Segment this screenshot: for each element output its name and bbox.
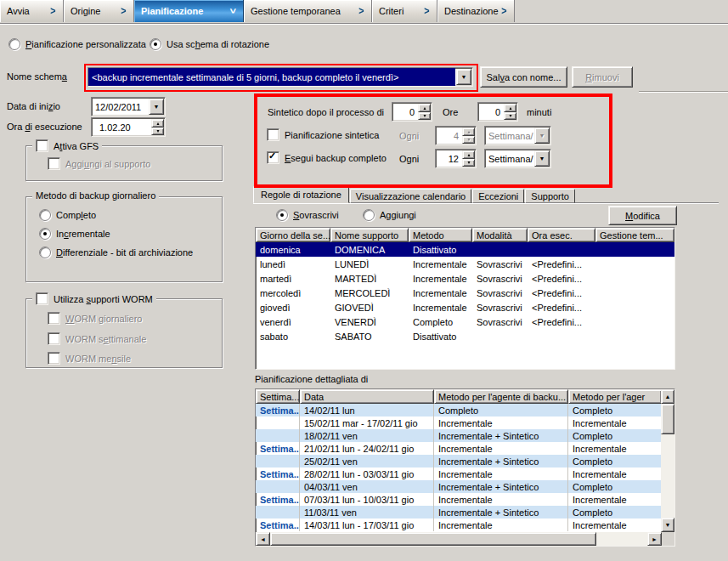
full-backup-spinner[interactable]: 12 ▲ ▼ [435,149,477,168]
detail-row[interactable]: 04/03/11 ven Incrementale + Sintetico Co… [256,480,661,493]
detail-row[interactable]: Settima... 21/02/11 lun - 24/02/11 gio I… [256,442,661,455]
horizontal-scroll-thumb[interactable] [270,532,596,546]
tab-regole-di-rotazione[interactable]: Regole di rotazione [253,186,349,203]
detail-row[interactable]: Settima... 14/03/11 lun - 17/03/11 gio I… [256,518,661,531]
rotation-row-venerdi[interactable]: venerdì VENERDÌ Completo Sovrascrivi <Pr… [256,314,674,329]
rotation-row-martedi[interactable]: martedì MARTEDÌ Incrementale Sovrascrivi… [256,271,674,286]
horizontal-scroll-track[interactable] [596,532,647,546]
detail-row[interactable]: Settima... 28/02/11 lun - 03/03/11 gio I… [256,468,661,480]
synthetic-hours-spinner[interactable]: 0 ▲ ▼ [392,102,432,122]
detail-row[interactable]: 11/03/11 ven Incrementale + Sintetico Co… [256,506,661,518]
column-header-metodo[interactable]: Metodo [409,228,472,242]
tab-supporto[interactable]: Supporto [525,189,575,203]
rotation-row-mercoledi[interactable]: mercoledì MERCOLEDÌ Incrementale Sovrasc… [256,286,674,300]
tab-label: Visualizzazione calendario [356,191,466,201]
horizontal-scrollbar[interactable]: ◄ ► [256,532,662,546]
spin-up-button[interactable]: ▲ [462,150,475,159]
cell-method: Incrementale [409,257,472,271]
run-time-spinner[interactable]: 1.02.20 ▲ ▼ [91,117,166,137]
scroll-left-button[interactable]: ◄ [256,532,270,546]
synthetic-minutes-spinner[interactable]: 0 ▲ ▼ [477,102,518,122]
tab-visualizzazione-calendario[interactable]: Visualizzazione calendario [350,189,471,203]
worm-daily-checkbox: WORM giornaliero [48,312,142,325]
wizard-tab-pianificazione[interactable]: Pianificazione > [134,0,244,22]
radio-aggiungi[interactable]: Aggiungi [363,209,416,221]
radio-method-differenziale[interactable]: Differenziale - bit di archiviazione [39,246,193,258]
worm-checkbox[interactable]: Utilizza supporti WORM [32,292,156,305]
vertical-scroll-track[interactable] [661,434,674,518]
full-backup-checkbox[interactable]: ✓ Esegui backup completo [267,151,387,164]
dropdown-button[interactable]: ▼ [534,150,550,167]
check-glyph: ✓ [268,150,276,162]
minutes-value: 0 [478,103,503,121]
spin-down-button[interactable]: ▼ [418,112,431,121]
rotation-row-sabato[interactable]: sabato SABATO Disattivato [256,329,674,343]
cell-staging [595,242,674,257]
scroll-right-button[interactable]: ► [647,532,662,546]
tab-label: Avvia [7,6,30,16]
detail-row[interactable]: Settima... 07/03/11 lun - 10/03/11 gio I… [256,493,661,506]
synthetic-schedule-label: Pianificazione sintetica [285,130,379,140]
cell-staging [595,314,674,329]
grid-header: Giorno della se... Nome supporto Metodo … [256,228,674,242]
cell-agent-method: Incrementale [434,493,568,506]
worm-monthly-label: WORM mensile [65,354,131,364]
column-header-modalita[interactable]: Modalità [472,228,528,242]
detail-row[interactable]: Settima... 14/02/11 lun Completo Complet… [256,404,661,416]
full-backup-unit-combobox[interactable]: Settimana/ ▼ [484,149,551,168]
scroll-down-button[interactable]: ▼ [661,518,674,532]
detail-row[interactable]: 18/02/11 ven Incrementale + Sintetico Co… [256,429,661,442]
scroll-up-button[interactable]: ▲ [661,389,674,404]
vertical-scroll-thumb[interactable] [661,404,674,434]
spin-up-button[interactable]: ▲ [504,104,516,112]
synthetic-schedule-unit-combobox: Settimana/ ▼ [484,126,551,145]
wizard-tab-origine[interactable]: Origine > [64,0,134,22]
cell-method: Incrementale [409,286,472,300]
edit-button[interactable]: Modifica [608,206,677,225]
column-header-gestione[interactable]: Gestione tem... [595,228,674,242]
start-date-value: 12/02/2011 [92,98,148,116]
radio-method-completo[interactable]: Completo [39,209,96,221]
radio-custom-schedule[interactable]: Pianificazione personalizzata [8,38,146,50]
rotation-row-giovedi[interactable]: giovedì GIOVEDÌ Incrementale Sovrascrivi… [256,300,674,314]
column-header-settimana[interactable]: Settima... [256,389,300,404]
save-as-button[interactable]: Salva con nome... [480,66,567,88]
calendar-dropdown-button[interactable]: ▼ [149,99,164,115]
rotation-row-lunedi[interactable]: lunedì LUNEDÌ Incrementale Sovrascrivi <… [256,257,674,271]
cell-method: Completo [409,314,472,329]
scheme-name-combobox[interactable]: <backup incrementale settimanale di 5 gi… [87,67,473,87]
column-header-giorno[interactable]: Giorno della se... [256,228,330,242]
radio-sovrascrivi[interactable]: Sovrascrivi [276,209,339,221]
spin-down-button[interactable]: ▼ [151,128,164,136]
spin-down-button[interactable]: ▼ [504,112,516,121]
cell-mode [472,329,528,343]
daily-method-group: Metodo di backup giornaliero Completo In… [25,196,223,282]
dropdown-button[interactable]: ▼ [456,69,471,85]
radio-method-incrementale[interactable]: Incrementale [39,228,110,240]
spin-up-button[interactable]: ▲ [418,104,431,112]
synthetic-after-label: Sintetico dopo il processo di [268,107,384,117]
detail-row[interactable]: 15/02/11 mar - 17/02/11 gio Incrementale… [256,416,661,429]
tab-eccezioni[interactable]: Eccezioni [472,189,524,203]
start-date-picker[interactable]: 12/02/2011 ▼ [91,97,166,116]
column-header-metodo-ager[interactable]: Metodo per l'ager [568,389,661,404]
detail-row[interactable]: 25/02/11 ven Incrementale + Sintetico Co… [256,455,661,468]
gfs-checkbox[interactable]: Attiva GFS [32,139,102,152]
wizard-tab-destinazione[interactable]: Destinazione > [437,0,515,22]
column-header-nome-supporto[interactable]: Nome supporto [330,228,409,242]
spin-up-button[interactable]: ▲ [151,119,164,128]
spin-down-button[interactable]: ▼ [462,159,475,167]
wizard-tab-avvia[interactable]: Avvia > [0,0,64,22]
rotation-row-domenica[interactable]: domenica DOMENICA Disattivato [256,242,674,257]
cell-agent-method: Incrementale + Sintetico [434,480,568,493]
vertical-scrollbar[interactable]: ▲ ▼ [661,389,674,532]
wizard-tab-gestione-temporanea[interactable]: Gestione temporanea > [244,0,372,22]
wizard-tab-criteri[interactable]: Criteri > [372,0,437,22]
column-header-metodo-agente[interactable]: Metodo per l'agente di backu... [434,389,568,404]
column-header-ora-esec[interactable]: Ora esec. [528,228,595,242]
dropdown-glyph: ▼ [539,133,545,139]
radio-rotation-scheme[interactable]: Usa schema di rotazione [150,38,269,50]
synthetic-schedule-checkbox[interactable]: Pianificazione sintetica [267,128,379,141]
column-header-data[interactable]: Data [300,389,434,404]
cell-time [528,242,595,257]
